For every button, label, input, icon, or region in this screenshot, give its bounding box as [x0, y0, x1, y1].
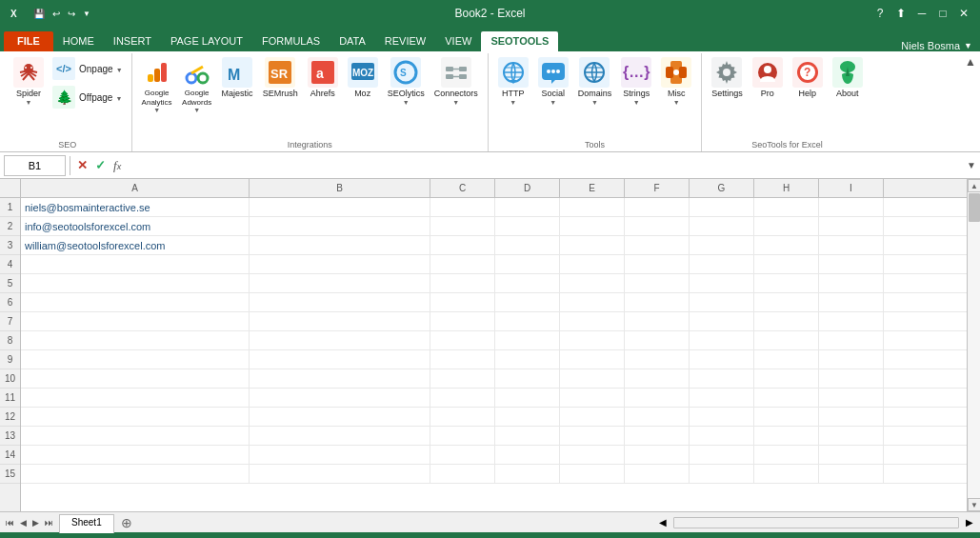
- cell-h10[interactable]: [754, 369, 819, 388]
- cell-c2[interactable]: [430, 217, 495, 235]
- cell-b5[interactable]: [250, 274, 430, 292]
- cell-g2[interactable]: [690, 217, 754, 235]
- cell-a13[interactable]: [21, 427, 250, 445]
- cell-d4[interactable]: [495, 255, 560, 273]
- adwords-dropdown[interactable]: ▼: [193, 107, 200, 113]
- misc-btn[interactable]: Misc ▼: [657, 55, 695, 108]
- cell-g13[interactable]: [690, 427, 754, 445]
- cell-a4[interactable]: [21, 255, 250, 273]
- undo-quick-btn[interactable]: ↩: [50, 7, 63, 21]
- cell-d1[interactable]: [495, 198, 560, 216]
- onpage-btn[interactable]: </> Onpage ▼: [50, 55, 126, 82]
- cell-h13[interactable]: [754, 427, 819, 445]
- cell-e14[interactable]: [560, 446, 625, 464]
- cell-f2[interactable]: [625, 217, 690, 235]
- cell-d8[interactable]: [495, 331, 560, 349]
- cell-c6[interactable]: [430, 293, 495, 311]
- about-btn[interactable]: About: [829, 55, 867, 101]
- cell-h2[interactable]: [754, 217, 819, 235]
- cell-c14[interactable]: [430, 446, 495, 464]
- strings-btn[interactable]: {…} Strings ▼: [617, 55, 655, 108]
- cell-b7[interactable]: [250, 312, 430, 330]
- cell-b6[interactable]: [250, 293, 430, 311]
- col-header-d[interactable]: D: [495, 179, 560, 197]
- cell-f14[interactable]: [625, 446, 690, 464]
- spider-btn[interactable]: Spider ▼: [10, 55, 48, 108]
- col-header-b[interactable]: B: [250, 179, 430, 197]
- cell-b14[interactable]: [250, 446, 430, 464]
- domains-dropdown[interactable]: ▼: [591, 99, 598, 106]
- cell-g4[interactable]: [690, 255, 754, 273]
- tab-review[interactable]: REVIEW: [375, 31, 435, 51]
- cell-f7[interactable]: [625, 312, 690, 330]
- cell-f11[interactable]: [625, 389, 690, 407]
- cell-d3[interactable]: [495, 236, 560, 254]
- cell-c9[interactable]: [430, 350, 495, 369]
- save-quick-btn[interactable]: 💾: [30, 7, 48, 21]
- cell-c11[interactable]: [430, 389, 495, 407]
- cell-i11[interactable]: [819, 389, 884, 407]
- cell-e6[interactable]: [560, 293, 625, 311]
- cell-a10[interactable]: [21, 369, 250, 388]
- cell-e13[interactable]: [560, 427, 625, 445]
- cell-i13[interactable]: [819, 427, 884, 445]
- tab-first-btn[interactable]: ⏮: [4, 516, 16, 529]
- cell-a11[interactable]: [21, 389, 250, 407]
- cell-a9[interactable]: [21, 350, 250, 369]
- cell-f15[interactable]: [625, 465, 690, 483]
- cell-b13[interactable]: [250, 427, 430, 445]
- onpage-dropdown[interactable]: ▼: [116, 67, 123, 73]
- col-header-a[interactable]: A: [21, 179, 250, 197]
- ahrefs-btn[interactable]: a Ahrefs: [304, 55, 342, 101]
- minimize-btn[interactable]: ─: [913, 5, 930, 22]
- cell-f6[interactable]: [625, 293, 690, 311]
- semrush-btn[interactable]: SR SEMrush: [259, 55, 302, 101]
- spider-dropdown[interactable]: ▼: [26, 99, 32, 106]
- cell-i5[interactable]: [819, 274, 884, 292]
- cell-i12[interactable]: [819, 408, 884, 426]
- formula-cancel-icon[interactable]: ✕: [74, 156, 90, 174]
- row-15[interactable]: 15: [0, 465, 20, 484]
- tab-data[interactable]: DATA: [330, 31, 375, 51]
- cell-i2[interactable]: [819, 217, 884, 235]
- cell-a1[interactable]: niels@bosmainteractive.se: [21, 198, 250, 216]
- connectors-dropdown[interactable]: ▼: [452, 99, 459, 106]
- cell-a3[interactable]: william@seotoolsforexcel.com: [21, 236, 250, 254]
- cell-i3[interactable]: [819, 236, 884, 254]
- domains-btn[interactable]: Domains ▼: [574, 55, 616, 108]
- google-analytics-btn[interactable]: GoogleAnalytics ▼: [138, 55, 176, 115]
- cell-h14[interactable]: [754, 446, 819, 464]
- strings-dropdown[interactable]: ▼: [633, 99, 640, 106]
- col-header-e[interactable]: E: [560, 179, 625, 197]
- close-btn[interactable]: ✕: [955, 5, 972, 22]
- col-header-g[interactable]: G: [690, 179, 754, 197]
- cell-g1[interactable]: [690, 198, 754, 216]
- col-header-h[interactable]: H: [754, 179, 819, 197]
- formula-function-icon[interactable]: fx: [110, 156, 124, 175]
- cell-e1[interactable]: [560, 198, 625, 216]
- tab-next-btn[interactable]: ▶: [30, 516, 41, 529]
- moz-btn[interactable]: MOZ Moz: [344, 55, 382, 101]
- row-13[interactable]: 13: [0, 427, 20, 446]
- cell-a6[interactable]: [21, 293, 250, 311]
- cell-d10[interactable]: [495, 369, 560, 388]
- ribbon-toggle-btn[interactable]: ⬆: [892, 5, 910, 22]
- row-7[interactable]: 7: [0, 312, 20, 331]
- row-11[interactable]: 11: [0, 389, 20, 408]
- cell-d2[interactable]: [495, 217, 560, 235]
- cell-a7[interactable]: [21, 312, 250, 330]
- customize-quick-btn[interactable]: ▼: [80, 8, 93, 20]
- cell-i10[interactable]: [819, 369, 884, 388]
- cell-e3[interactable]: [560, 236, 625, 254]
- cell-g7[interactable]: [690, 312, 754, 330]
- cell-i1[interactable]: [819, 198, 884, 216]
- cell-c7[interactable]: [430, 312, 495, 330]
- cell-h3[interactable]: [754, 236, 819, 254]
- cell-h11[interactable]: [754, 389, 819, 407]
- help-btn[interactable]: ? Help: [789, 55, 827, 101]
- cell-a12[interactable]: [21, 408, 250, 426]
- cell-h8[interactable]: [754, 331, 819, 349]
- row-9[interactable]: 9: [0, 350, 20, 369]
- cell-d12[interactable]: [495, 408, 560, 426]
- cell-c10[interactable]: [430, 369, 495, 388]
